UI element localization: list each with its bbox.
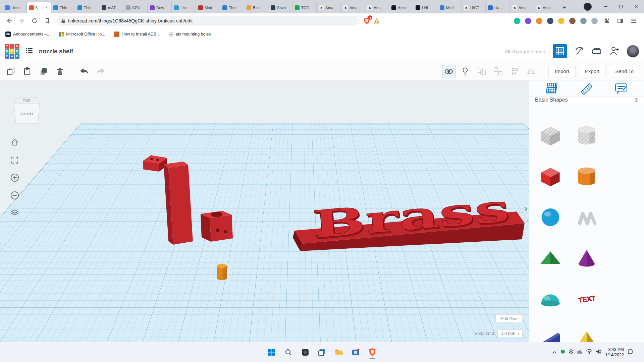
browser-tab[interactable]: Like <box>172 2 196 13</box>
view-cube-front-label[interactable]: FRONT <box>20 112 34 116</box>
brick-export-icon[interactable] <box>592 46 602 57</box>
warning-triangle-icon[interactable] <box>372 16 381 25</box>
browser-tab[interactable]: a Ama <box>341 2 365 13</box>
extensions-puzzle-icon[interactable] <box>602 16 611 25</box>
export-button[interactable]: Export <box>579 65 606 77</box>
browser-tab[interactable]: a Ama <box>365 2 389 13</box>
shape-box-transparent[interactable] <box>532 115 569 156</box>
task-view-icon[interactable] <box>315 345 329 360</box>
extension-icon[interactable] <box>580 18 587 24</box>
object-column[interactable] <box>164 162 193 245</box>
undo-button[interactable] <box>77 65 91 78</box>
volume-icon[interactable] <box>596 349 601 355</box>
shape-category-dropdown[interactable]: Basic Shapes <box>529 97 644 103</box>
shape-roof[interactable] <box>532 237 569 278</box>
notes-tool-icon[interactable] <box>613 80 629 97</box>
ungroup-button[interactable] <box>491 65 505 78</box>
duplicate-button[interactable] <box>37 65 50 78</box>
shapes-view-button[interactable] <box>553 44 567 58</box>
align-button[interactable] <box>508 65 521 78</box>
browser-tab[interactable]: Thin <box>51 2 75 13</box>
shape-half-sphere[interactable] <box>532 278 569 319</box>
browser-tab[interactable]: Sovo <box>268 2 292 13</box>
close-button[interactable] <box>629 0 644 13</box>
bookmark-item[interactable]: How to Install ADB... <box>114 32 160 37</box>
shape-cylinder-transparent[interactable] <box>569 115 605 156</box>
object-box-small[interactable] <box>143 155 167 172</box>
snap-grid-select[interactable]: 1.0 mm <box>497 329 523 337</box>
browser-tab[interactable]: TOD <box>292 2 317 13</box>
browser-tab[interactable]: Mod <box>437 2 462 13</box>
reload-button[interactable] <box>29 15 40 26</box>
browser-tab[interactable]: a Ama <box>317 2 341 13</box>
browser-tab[interactable]: LNL <box>413 2 437 13</box>
brave-icon[interactable] <box>365 345 379 360</box>
group-button[interactable] <box>475 65 488 78</box>
shape-scribble[interactable] <box>569 196 605 237</box>
file-explorer-icon[interactable] <box>332 345 346 360</box>
bookmark-item[interactable]: atx mounting holes <box>169 32 211 37</box>
new-tab-button[interactable] <box>559 3 569 12</box>
design-menu-icon[interactable] <box>25 46 34 56</box>
browser-tab[interactable]: a Ama <box>534 2 558 13</box>
show-desktop-button[interactable] <box>638 342 639 362</box>
zoom-out-button[interactable] <box>9 189 21 201</box>
show-all-button[interactable] <box>442 65 455 78</box>
fit-view-button[interactable] <box>9 154 21 166</box>
light-view-button[interactable] <box>459 65 472 78</box>
paste-button[interactable] <box>20 65 34 78</box>
view-cube-top-label[interactable]: TOP <box>23 99 31 103</box>
browser-tab[interactable]: Hom <box>3 2 27 13</box>
browser-profile-icon[interactable] <box>584 3 592 11</box>
bookmark-item[interactable]: Bb Announcements –... <box>5 32 50 37</box>
shape-box[interactable] <box>532 156 569 196</box>
browser-tab[interactable]: GPU <box>123 2 148 13</box>
zoom-in-button[interactable] <box>9 172 21 184</box>
browser-tab[interactable]: Bloc <box>244 2 268 13</box>
bookmark-item[interactable]: Microsoft Office Ho... <box>59 32 105 37</box>
tinkercad-logo[interactable]: TINKERCAD <box>5 44 19 59</box>
back-button[interactable] <box>3 15 15 26</box>
shape-cylinder[interactable] <box>569 156 605 196</box>
extension-icon[interactable] <box>514 18 520 24</box>
minimize-button[interactable] <box>598 0 613 13</box>
bluetooth-icon[interactable] <box>569 349 573 356</box>
browser-menu-icon[interactable] <box>629 16 638 25</box>
send-to-button[interactable]: Send To <box>609 65 640 77</box>
shape-text[interactable]: TEXT <box>569 278 605 319</box>
browser-tab[interactable]: Ther <box>220 2 244 13</box>
browser-tab[interactable]: Mod <box>196 2 220 13</box>
extension-icon[interactable] <box>591 18 598 24</box>
forward-button[interactable] <box>16 15 28 26</box>
tray-shield-icon[interactable] <box>560 349 565 355</box>
browser-tab[interactable]: Ama <box>389 2 413 13</box>
view-cube[interactable]: TOP FRONT <box>14 97 40 123</box>
start-icon[interactable] <box>265 345 279 360</box>
taskbar-clock[interactable]: 3:43 PM 1/14/2022 <box>605 347 624 358</box>
extension-icon[interactable] <box>569 18 576 24</box>
browser-tab[interactable]: mAT <box>99 2 123 13</box>
ruler-tool-icon[interactable] <box>579 80 595 97</box>
browser-tab[interactable]: a Ama <box>510 2 534 13</box>
camera-app-icon[interactable] <box>298 345 312 360</box>
user-avatar[interactable] <box>627 45 639 58</box>
tab-close-icon[interactable] <box>44 5 49 10</box>
copy-button[interactable] <box>4 65 17 78</box>
shape-cone[interactable] <box>569 237 605 278</box>
sidebar-toggle-icon[interactable] <box>616 16 625 25</box>
object-cylinder[interactable] <box>217 264 227 280</box>
panel-collapse-chevron[interactable] <box>524 204 527 213</box>
share-invite-icon[interactable] <box>609 46 619 57</box>
extension-icon[interactable] <box>547 18 553 24</box>
object-box-hole[interactable] <box>201 211 233 242</box>
object-brass-text[interactable]: Brass Brass <box>293 186 525 251</box>
browser-tab[interactable]: Dow <box>148 2 172 13</box>
minecraft-export-icon[interactable] <box>574 46 584 57</box>
wifi-icon[interactable] <box>586 349 592 355</box>
address-bar[interactable]: tinkercad.com/things/1C68v45QgCK-shiny-b… <box>56 16 358 26</box>
workplane-tool-icon[interactable] <box>9 207 21 219</box>
onedrive-icon[interactable] <box>577 349 583 355</box>
browser-tab[interactable]: sla – <box>486 2 510 13</box>
document-title[interactable]: nozzle shelf <box>39 48 73 55</box>
import-button[interactable]: Import <box>548 65 576 77</box>
